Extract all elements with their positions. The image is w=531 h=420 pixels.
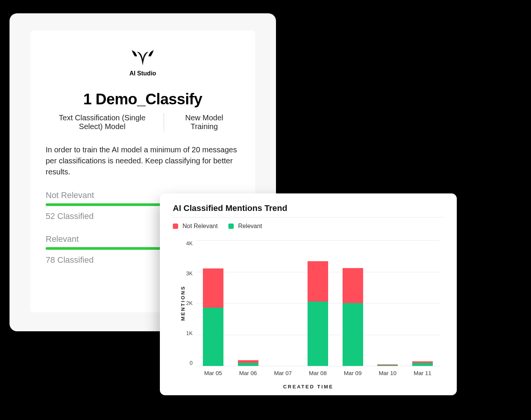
meta-divider	[164, 113, 164, 131]
sprinklr-logo-icon	[132, 50, 154, 67]
y-tick: 4K	[177, 240, 193, 246]
chart-legend: Not Relevant Relevant	[173, 223, 444, 230]
x-tick: Mar 08	[308, 370, 328, 376]
x-tick: Mar 06	[238, 370, 258, 376]
bar-segment-relevant	[308, 302, 328, 366]
model-title: 1 Demo_Classify	[46, 91, 240, 108]
legend-item-relevant: Relevant	[228, 223, 262, 230]
bar-segment-not-relevant	[238, 360, 258, 363]
studio-label: AI Studio	[46, 70, 240, 77]
bars-area	[196, 240, 440, 366]
x-axis-ticks: Mar 05Mar 06Mar 07Mar 08Mar 09Mar 10Mar …	[196, 370, 440, 376]
bar-segment-not-relevant	[203, 268, 223, 308]
model-status: New Model Training	[174, 113, 235, 131]
y-axis-ticks: 4K 3K 2K 1K 0	[177, 240, 193, 366]
legend-item-not-relevant: Not Relevant	[173, 223, 218, 230]
mentions-trend-card: AI Classified Mentions Trend Not Relevan…	[160, 193, 457, 395]
legend-swatch-icon	[228, 224, 234, 229]
bar-segment-relevant	[343, 303, 363, 366]
model-type: Text Classification (Single Select) Mode…	[51, 113, 154, 131]
bar-segment-relevant	[377, 365, 398, 366]
chart-rule	[173, 217, 444, 217]
bar	[343, 240, 363, 366]
bar-segment-relevant	[238, 363, 258, 366]
x-tick: Mar 07	[273, 370, 293, 376]
bar	[273, 240, 293, 366]
x-tick: Mar 11	[412, 370, 433, 376]
y-tick: 2K	[177, 300, 193, 306]
legend-label: Relevant	[238, 223, 262, 229]
chart-plot: MENTIONS 4K 3K 2K 1K 0	[196, 240, 440, 366]
x-tick: Mar 05	[203, 370, 223, 376]
bar-segment-not-relevant	[343, 268, 363, 303]
bar	[412, 240, 433, 366]
y-tick: 3K	[177, 270, 193, 276]
bar	[308, 240, 328, 366]
bar	[377, 240, 398, 366]
model-meta-row: Text Classification (Single Select) Mode…	[46, 113, 240, 131]
legend-label: Not Relevant	[182, 223, 218, 229]
bar	[238, 240, 258, 366]
bar-segment-not-relevant	[308, 261, 328, 302]
logo-block: AI Studio	[46, 50, 240, 77]
y-tick: 1K	[177, 330, 193, 336]
legend-swatch-icon	[173, 224, 178, 229]
bar	[203, 240, 223, 366]
x-tick: Mar 10	[377, 370, 398, 376]
x-tick: Mar 09	[343, 370, 363, 376]
x-axis-title: CREATED TIME	[173, 384, 444, 390]
y-tick: 0	[177, 360, 193, 366]
model-description: In order to train the AI model a minimum…	[46, 144, 240, 177]
bar-segment-relevant	[203, 308, 223, 366]
bar-segment-relevant	[412, 363, 433, 366]
chart-title: AI Classified Mentions Trend	[173, 203, 444, 213]
